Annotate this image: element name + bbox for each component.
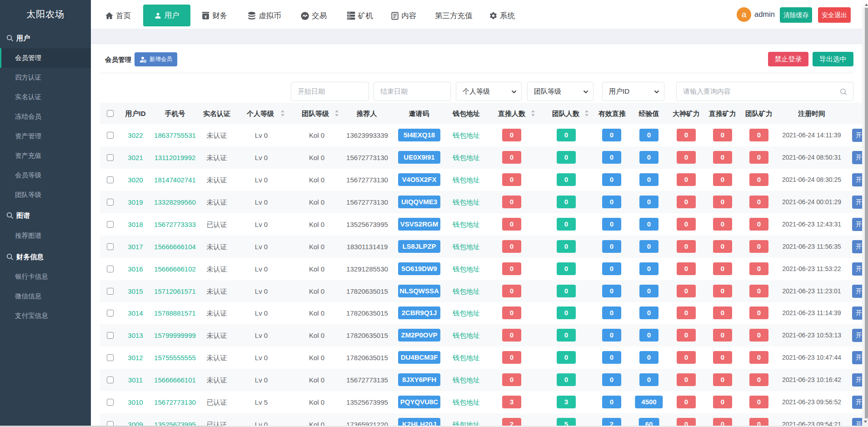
svg-text:¥: ¥ bbox=[205, 14, 207, 19]
